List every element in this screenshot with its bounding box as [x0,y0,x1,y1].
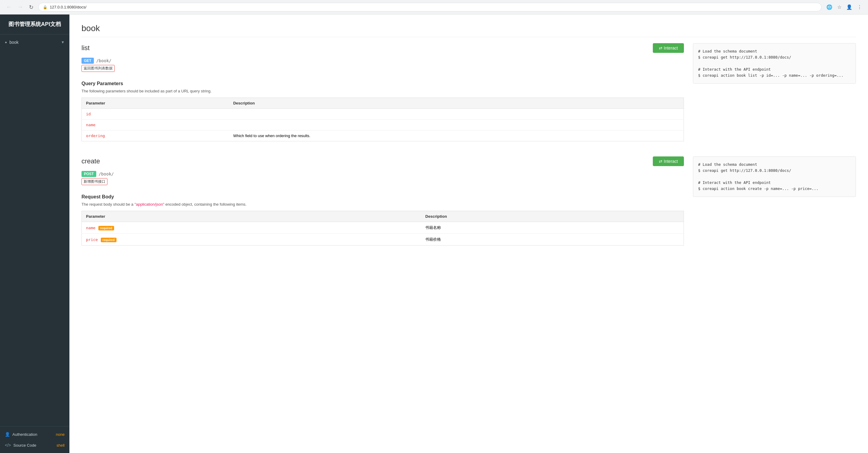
param-ordering: ordering [86,133,105,138]
translate-button[interactable]: 🌐 [825,3,834,11]
source-label: Source Code [13,443,54,448]
sidebar-footer: 👤 Authentication none </> Source Code sh… [0,426,69,453]
list-params-table: Parameter Description id name [82,97,684,141]
create-method-row: POST /book/ [82,171,684,177]
code-icon: </> [5,443,11,448]
auth-label: Authentication [12,432,54,437]
param-name-field: name [86,225,95,230]
list-section-left: list ⇄ Interact GET /book/ 返回图书列表数据 Quer… [82,43,684,141]
create-path: /book/ [99,172,114,176]
list-method-badge: GET [82,58,94,64]
list-params-desc: The following parameters should be inclu… [82,89,684,93]
table-row: ordering Which field to use when orderin… [82,130,684,141]
menu-button[interactable]: ⋮ [856,3,863,11]
sidebar-title: 图书管理系统API文档 [0,14,69,34]
create-col-param: Parameter [82,211,421,222]
list-endpoint-desc: 返回图书列表数据 [82,65,115,72]
create-params-table: Parameter Description name required 书籍名称 [82,211,684,245]
create-content-row: create ⇄ Interact POST /book/ 新增图书接口 Req… [82,156,856,245]
list-path: /book/ [96,58,112,63]
create-section-left: create ⇄ Interact POST /book/ 新增图书接口 Req… [82,156,684,245]
main-content: book list ⇄ Interact GET /book/ 返回图书列表数据… [69,14,868,453]
param-price-field: price [86,237,98,242]
create-desc-after: encoded object, containing the following… [164,202,246,207]
browser-actions: 🌐 ☆ 👤 ⋮ [825,3,863,11]
list-method-row: GET /book/ [82,58,684,64]
app-layout: 图书管理系统API文档 ● book ▼ 👤 Authentication no… [0,14,868,453]
create-desc-before: The request body should be a [82,202,134,207]
address-bar[interactable]: 🔒 127.0.0.1:8080/docs/ [38,3,822,11]
param-name: name [86,123,95,127]
create-params-desc: The request body should be a "applicatio… [82,202,684,207]
required-badge-price: required [101,238,117,242]
table-row: name [82,120,684,130]
auth-value: none [56,432,65,437]
param-ordering-desc: Which field to use when ordering the res… [229,130,684,141]
create-params-title: Request Body [82,194,684,200]
sidebar-item-label: book [9,40,59,45]
create-title: create [82,157,100,165]
param-name-field-desc: 书籍名称 [421,222,684,234]
param-name-desc [229,120,684,130]
circle-icon: ● [5,40,7,44]
create-method-badge: POST [82,171,96,177]
sidebar-item-book[interactable]: ● book ▼ [0,37,69,48]
create-section-header: create ⇄ Interact [82,156,684,166]
reload-button[interactable]: ↻ [28,3,35,12]
create-interact-button[interactable]: ⇄ Interact [653,156,684,166]
sidebar: 图书管理系统API文档 ● book ▼ 👤 Authentication no… [0,14,69,453]
chevron-down-icon: ▼ [61,40,65,44]
sidebar-source-code[interactable]: </> Source Code shell [0,440,69,451]
browser-chrome: ← → ↻ 🔒 127.0.0.1:8080/docs/ 🌐 ☆ 👤 ⋮ [0,0,868,14]
page-title: book [82,24,856,37]
create-endpoint-desc: 新增图书接口 [82,178,107,185]
list-interact-button[interactable]: ⇄ Interact [653,43,684,53]
list-params-title: Query Parameters [82,81,684,86]
param-id-desc [229,109,684,120]
list-section-header: list ⇄ Interact [82,43,684,53]
user-icon: 👤 [5,432,10,437]
bookmark-button[interactable]: ☆ [836,3,843,11]
list-content-row: list ⇄ Interact GET /book/ 返回图书列表数据 Quer… [82,43,856,141]
source-value: shell [56,443,65,448]
forward-button[interactable]: → [16,3,24,11]
section-list: list ⇄ Interact GET /book/ 返回图书列表数据 Quer… [82,43,856,141]
url-text: 127.0.0.1:8080/docs/ [50,5,86,9]
param-price-field-desc: 书籍价格 [421,234,684,245]
sidebar-authentication[interactable]: 👤 Authentication none [0,429,69,440]
section-create: create ⇄ Interact POST /book/ 新增图书接口 Req… [82,156,856,245]
lock-icon: 🔒 [43,5,48,9]
list-col-desc: Description [229,98,684,109]
profile-button[interactable]: 👤 [845,3,854,11]
list-title: list [82,44,90,52]
table-row: name required 书籍名称 [82,222,684,234]
create-col-desc: Description [421,211,684,222]
create-desc-highlight: "application/json" [134,202,164,207]
table-row: price required 书籍价格 [82,234,684,245]
list-col-param: Parameter [82,98,229,109]
list-code-panel: # Load the schema document $ coreapi get… [693,43,856,84]
create-code-panel: # Load the schema document $ coreapi get… [693,156,856,197]
back-button[interactable]: ← [5,3,13,11]
sidebar-nav: ● book ▼ [0,34,69,426]
table-row: id [82,109,684,120]
required-badge: required [98,226,114,231]
param-id: id [86,112,91,116]
